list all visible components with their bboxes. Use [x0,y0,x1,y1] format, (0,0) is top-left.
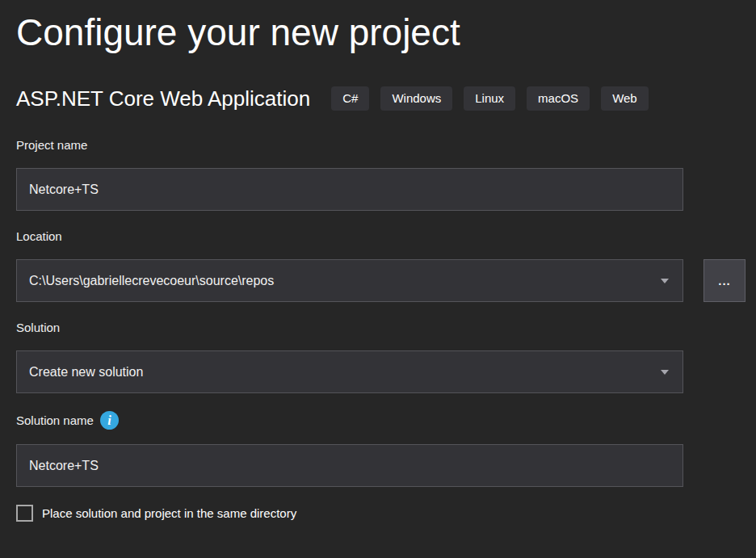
tag-linux: Linux [464,86,515,111]
same-directory-checkbox[interactable] [16,505,33,522]
tag-csharp: C# [331,86,369,111]
project-name-input[interactable] [16,168,683,211]
template-name: ASP.NET Core Web Application [16,86,310,111]
same-directory-option[interactable]: Place solution and project in the same d… [16,505,756,522]
solution-combobox[interactable]: Create new solution [16,350,683,393]
solution-name-label: Solution name [16,413,94,429]
solution-value: Create new solution [29,365,143,380]
solution-label: Solution [16,320,756,336]
project-name-label: Project name [16,137,756,153]
template-header: ASP.NET Core Web Application C# Windows … [16,86,756,111]
browse-location-button[interactable]: ... [704,259,746,302]
info-icon[interactable]: i [100,411,119,430]
template-tags: C# Windows Linux macOS Web [331,86,649,111]
chevron-down-icon [661,279,669,283]
location-value: C:\Users\gabriellecrevecoeur\source\repo… [29,274,274,288]
location-label: Location [16,229,756,245]
page-title: Configure your new project [16,10,756,55]
tag-windows: Windows [380,86,452,111]
solution-name-label-row: Solution name i [16,411,756,430]
tag-macos: macOS [527,86,590,111]
tag-web: Web [601,86,649,111]
same-directory-label: Place solution and project in the same d… [42,506,296,520]
chevron-down-icon [661,370,669,375]
solution-name-input[interactable] [16,444,683,487]
location-combobox[interactable]: C:\Users\gabriellecrevecoeur\source\repo… [16,259,683,302]
configure-project-dialog: Configure your new project ASP.NET Core … [0,0,756,522]
